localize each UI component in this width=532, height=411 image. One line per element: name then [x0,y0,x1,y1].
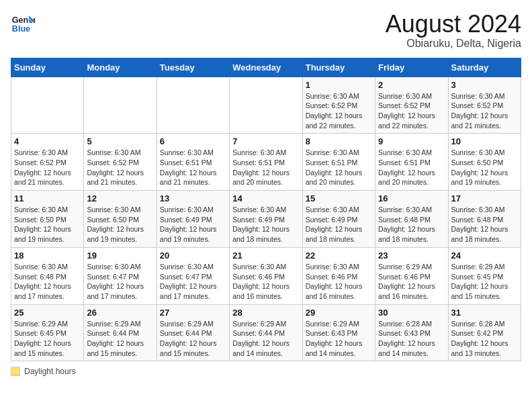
calendar-cell: 26Sunrise: 6:29 AMSunset: 6:44 PMDayligh… [84,304,157,361]
day-number: 16 [378,193,445,203]
calendar-header: SundayMondayTuesdayWednesdayThursdayFrid… [11,58,521,77]
calendar-cell: 28Sunrise: 6:29 AMSunset: 6:44 PMDayligh… [230,304,302,361]
calendar-cell: 4Sunrise: 6:30 AMSunset: 6:52 PMDaylight… [11,134,84,191]
day-info: Sunrise: 6:28 AMSunset: 6:42 PMDaylight:… [451,319,518,359]
column-header-monday: Monday [84,58,157,77]
day-info: Sunrise: 6:30 AMSunset: 6:49 PMDaylight:… [232,205,299,244]
week-row-2: 4Sunrise: 6:30 AMSunset: 6:52 PMDaylight… [11,134,521,191]
legend-box [11,367,20,376]
day-info: Sunrise: 6:30 AMSunset: 6:50 PMDaylight:… [87,205,153,244]
day-number: 9 [378,136,445,146]
calendar-cell: 15Sunrise: 6:30 AMSunset: 6:49 PMDayligh… [302,191,375,248]
week-row-1: 1Sunrise: 6:30 AMSunset: 6:52 PMDaylight… [11,77,521,134]
week-row-4: 18Sunrise: 6:30 AMSunset: 6:48 PMDayligh… [11,247,521,304]
calendar-cell: 11Sunrise: 6:30 AMSunset: 6:50 PMDayligh… [11,191,84,248]
day-number: 20 [160,250,226,261]
day-info: Sunrise: 6:30 AMSunset: 6:47 PMDaylight:… [160,262,226,302]
calendar-table: SundayMondayTuesdayWednesdayThursdayFrid… [11,58,521,362]
day-info: Sunrise: 6:30 AMSunset: 6:52 PMDaylight:… [451,91,518,131]
calendar-cell [84,77,157,134]
calendar-cell: 2Sunrise: 6:30 AMSunset: 6:52 PMDaylight… [375,77,448,134]
day-number: 2 [378,80,445,90]
day-info: Sunrise: 6:30 AMSunset: 6:48 PMDaylight:… [378,205,445,244]
day-number: 26 [87,308,153,318]
logo: General Blue [11,11,35,35]
day-info: Sunrise: 6:30 AMSunset: 6:52 PMDaylight:… [378,91,445,131]
month-title: August 2024 [386,11,521,38]
day-info: Sunrise: 6:30 AMSunset: 6:51 PMDaylight:… [378,148,445,187]
calendar-cell: 9Sunrise: 6:30 AMSunset: 6:51 PMDaylight… [375,134,448,191]
day-number: 3 [451,80,518,90]
column-header-thursday: Thursday [302,58,375,77]
day-info: Sunrise: 6:30 AMSunset: 6:51 PMDaylight:… [232,148,299,187]
day-number: 1 [306,80,372,90]
calendar-cell: 6Sunrise: 6:30 AMSunset: 6:51 PMDaylight… [157,134,229,191]
logo-icon: General Blue [11,11,35,35]
calendar-cell: 23Sunrise: 6:29 AMSunset: 6:46 PMDayligh… [375,247,448,304]
day-info: Sunrise: 6:29 AMSunset: 6:44 PMDaylight:… [160,319,226,359]
day-info: Sunrise: 6:30 AMSunset: 6:50 PMDaylight:… [14,205,81,244]
day-info: Sunrise: 6:28 AMSunset: 6:43 PMDaylight:… [378,319,445,359]
calendar-cell: 27Sunrise: 6:29 AMSunset: 6:44 PMDayligh… [157,304,229,361]
calendar-cell: 5Sunrise: 6:30 AMSunset: 6:52 PMDaylight… [84,134,157,191]
calendar-cell: 19Sunrise: 6:30 AMSunset: 6:47 PMDayligh… [84,247,157,304]
calendar-cell: 29Sunrise: 6:29 AMSunset: 6:43 PMDayligh… [302,304,375,361]
day-number: 18 [14,250,81,261]
legend-label: Daylight hours [24,367,76,376]
day-number: 5 [87,136,153,146]
day-number: 8 [306,136,372,146]
day-number: 13 [160,193,226,203]
column-header-wednesday: Wednesday [230,58,302,77]
day-info: Sunrise: 6:30 AMSunset: 6:52 PMDaylight:… [87,148,153,187]
day-number: 12 [87,193,153,203]
day-number: 4 [14,136,81,146]
calendar-cell [157,77,229,134]
day-number: 15 [306,193,372,203]
day-info: Sunrise: 6:30 AMSunset: 6:51 PMDaylight:… [160,148,226,187]
title-block: August 2024 Obiaruku, Delta, Nigeria [386,11,521,50]
calendar-cell: 20Sunrise: 6:30 AMSunset: 6:47 PMDayligh… [157,247,229,304]
day-info: Sunrise: 6:30 AMSunset: 6:46 PMDaylight:… [306,262,372,302]
day-info: Sunrise: 6:29 AMSunset: 6:46 PMDaylight:… [378,262,445,302]
column-header-saturday: Saturday [448,58,521,77]
day-info: Sunrise: 6:30 AMSunset: 6:52 PMDaylight:… [306,91,372,131]
calendar-cell: 12Sunrise: 6:30 AMSunset: 6:50 PMDayligh… [84,191,157,248]
calendar-cell: 30Sunrise: 6:28 AMSunset: 6:43 PMDayligh… [375,304,448,361]
day-info: Sunrise: 6:30 AMSunset: 6:46 PMDaylight:… [232,262,299,302]
day-number: 23 [378,250,445,261]
calendar-cell: 24Sunrise: 6:29 AMSunset: 6:45 PMDayligh… [448,247,521,304]
day-number: 10 [451,136,518,146]
day-number: 6 [160,136,226,146]
calendar-cell [11,77,84,134]
calendar-cell: 25Sunrise: 6:29 AMSunset: 6:45 PMDayligh… [11,304,84,361]
day-number: 21 [232,250,299,261]
day-number: 29 [306,308,372,318]
day-number: 30 [378,308,445,318]
day-number: 31 [451,308,518,318]
calendar-cell: 14Sunrise: 6:30 AMSunset: 6:49 PMDayligh… [230,191,302,248]
day-number: 24 [451,250,518,261]
week-row-5: 25Sunrise: 6:29 AMSunset: 6:45 PMDayligh… [11,304,521,361]
calendar-cell: 7Sunrise: 6:30 AMSunset: 6:51 PMDaylight… [230,134,302,191]
day-number: 25 [14,308,81,318]
calendar-cell: 1Sunrise: 6:30 AMSunset: 6:52 PMDaylight… [302,77,375,134]
day-info: Sunrise: 6:30 AMSunset: 6:49 PMDaylight:… [160,205,226,244]
day-number: 11 [14,193,81,203]
day-info: Sunrise: 6:29 AMSunset: 6:44 PMDaylight:… [232,319,299,359]
day-info: Sunrise: 6:29 AMSunset: 6:45 PMDaylight:… [451,262,518,302]
page-header: General Blue August 2024 Obiaruku, Delta… [11,11,521,50]
day-number: 17 [451,193,518,203]
column-header-tuesday: Tuesday [157,58,229,77]
day-number: 14 [232,193,299,203]
day-number: 28 [232,308,299,318]
calendar-cell: 21Sunrise: 6:30 AMSunset: 6:46 PMDayligh… [230,247,302,304]
location: Obiaruku, Delta, Nigeria [386,38,521,50]
day-info: Sunrise: 6:30 AMSunset: 6:49 PMDaylight:… [306,205,372,244]
week-row-3: 11Sunrise: 6:30 AMSunset: 6:50 PMDayligh… [11,191,521,248]
day-info: Sunrise: 6:30 AMSunset: 6:51 PMDaylight:… [306,148,372,187]
day-number: 22 [306,250,372,261]
calendar-cell [230,77,302,134]
calendar-cell: 17Sunrise: 6:30 AMSunset: 6:48 PMDayligh… [448,191,521,248]
column-header-sunday: Sunday [11,58,84,77]
calendar-cell: 3Sunrise: 6:30 AMSunset: 6:52 PMDaylight… [448,77,521,134]
